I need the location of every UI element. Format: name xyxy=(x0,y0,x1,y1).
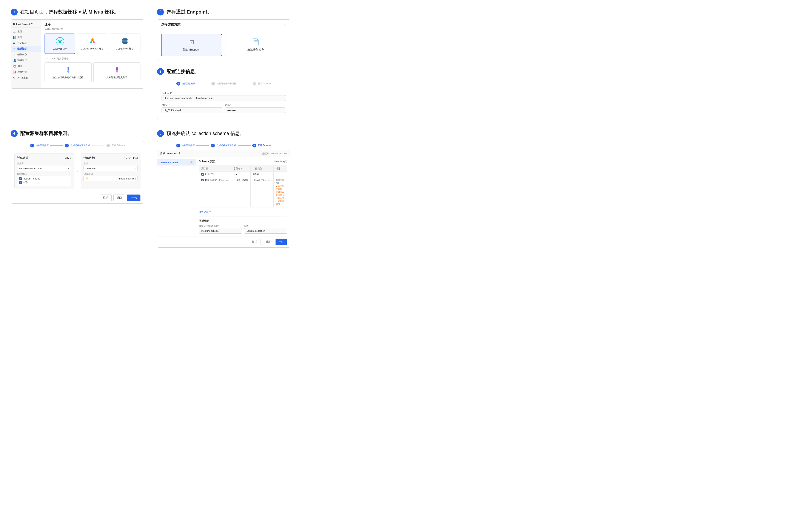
dropdown-arrow-icon: ▾ xyxy=(68,167,70,170)
vector-desc-cell: 向量维度 768 ⬧ 动态列已启用，您可以在数据输入过程中无法添加新字段。 xyxy=(273,177,287,207)
db-field-value: db_395f9def4422449 ▾ xyxy=(17,166,71,171)
step4-stepper-label-1: 连接至数据源 xyxy=(36,144,49,147)
cluster-field-label: 集群* xyxy=(84,162,138,165)
source-id-checkbox[interactable] xyxy=(201,173,204,176)
endpoint-icon: ⊡ xyxy=(189,38,194,45)
sidebar-item-users[interactable]: 👤 项目用户 xyxy=(11,57,41,63)
next-button[interactable]: 下一步 xyxy=(127,194,141,201)
card-elasticsearch[interactable]: 从 Elasticsearch 迁移 xyxy=(77,34,108,54)
dialog-title: 选择连接方式 xyxy=(161,23,181,27)
endpoint-field: Endpoint* xyxy=(162,92,286,101)
desc-header: 描述 xyxy=(273,166,287,172)
sidebar-item-label: 项目用户 xyxy=(17,59,27,62)
step1-title: 在项目页面，选择数据迁移 > 从 Milvus 迁移。 xyxy=(20,9,119,15)
step2-circle: 2 xyxy=(157,8,164,16)
source-vector-checkbox[interactable] xyxy=(201,178,204,181)
close-icon[interactable]: ✕ xyxy=(284,23,286,27)
source-panel-title: 迁移来源 xyxy=(17,156,29,160)
card-internal-migration[interactable]: 在当前组织中进行跨集群迁移 xyxy=(44,62,92,82)
sidebar-item-tasks[interactable]: ✓ 任务中心 xyxy=(11,52,41,57)
collection-list: medium_articles 1 xyxy=(157,157,196,236)
target-collection-name-input[interactable] xyxy=(199,228,242,234)
source-vector-type: FLOAT_V... xyxy=(218,179,229,181)
target-id-name: id xyxy=(236,173,238,176)
target-vector-field-cell: → title_vector xyxy=(231,177,250,207)
vector-hint-text: ⬧ 动态列已启用，您可以在数据输入过程中无法添加新字段。 xyxy=(276,185,285,206)
step2-title: 选择通过 Endpoint。 xyxy=(166,9,212,15)
target-collection-label: Collection xyxy=(84,173,138,175)
collection-all-label: 全选 xyxy=(23,181,28,184)
schema-preview-panel: Schema 预览 Auto ID 关闭 源字段 字段名称 字段类型 描述 xyxy=(196,157,290,236)
sidebar-item-alerts[interactable]: 📊 项目告警 xyxy=(11,69,41,75)
target-collection-header-label: 目标 Collection xyxy=(160,152,177,155)
collection-item-name: medium_articles xyxy=(160,161,179,164)
collection-checkbox-medium[interactable]: medium_articles xyxy=(19,177,70,180)
username-input[interactable] xyxy=(162,108,222,113)
external-cluster-icon xyxy=(113,65,121,74)
card-pgvector[interactable]: 从 pgvector 迁移 xyxy=(110,34,141,54)
sidebar-item-backup[interactable]: 💾 备份 xyxy=(11,34,41,40)
step5-cancel-button[interactable]: 取消 xyxy=(249,239,260,245)
source-panel-header: 迁移来源 ✦ Milvus xyxy=(17,156,71,160)
step5-stepper-label-2: 选择迁移来源和目标 xyxy=(217,144,236,147)
cross-cluster-title: Zilliz Cloud 跨集群迁移 xyxy=(44,57,141,60)
sidebar-item-migration[interactable]: ⇢ 数据迁移 xyxy=(11,46,41,52)
step2-header: 2 选择通过 Endpoint。 xyxy=(157,8,290,16)
sidebar-item-api[interactable]: ⚙ API控制台 xyxy=(11,75,41,81)
source-vector-cell: title_vector FLOAT_V... xyxy=(199,177,231,207)
card-external-cluster-migration[interactable]: 从外部组织迁入集群 xyxy=(93,62,141,82)
migrate-button[interactable]: 迁移 xyxy=(276,239,287,245)
sidebar-item-label: 任务中心 xyxy=(17,53,27,56)
sidebar-item-network[interactable]: 🌐 网络 xyxy=(11,63,41,69)
endpoint-label: Endpoint* xyxy=(162,92,286,94)
migration-panel: 迁移 从外部数据源迁移 xyxy=(41,20,144,88)
svg-point-3 xyxy=(59,41,60,42)
id-check-icon: ✓ xyxy=(233,173,235,176)
source-collection-list: medium_articles 全选 xyxy=(17,176,71,186)
stepper-label-2: 选择迁移来源和目标 xyxy=(217,82,236,85)
sidebar-item-label: 数据迁移 xyxy=(17,47,27,50)
schema-table: 源字段 字段名称 字段类型 描述 xyxy=(199,166,287,207)
id-desc-cell xyxy=(273,172,287,177)
stepper-dot-2: ② xyxy=(211,82,215,86)
migration-panel-subtitle: 从外部数据源迁移 xyxy=(44,27,141,31)
password-input[interactable] xyxy=(225,108,286,113)
migration-icon: ⇢ xyxy=(13,47,16,50)
password-field: 密码* xyxy=(225,103,286,113)
dialog-header: 选择连接方式 ✕ xyxy=(157,20,290,30)
pipelines-icon: ⇄ xyxy=(13,41,16,44)
step5-prev-button[interactable]: 返回 xyxy=(262,239,274,245)
sidebar-item-pipelines[interactable]: ⇄ Pipelines xyxy=(11,40,41,46)
step5-dot-3: ③ xyxy=(252,144,256,148)
collection-list-item-medium[interactable]: medium_articles 1 xyxy=(157,159,196,166)
advanced-settings-toggle[interactable]: 高级设置 ∨ xyxy=(199,210,287,214)
step4-line-1 xyxy=(50,146,63,146)
card-milvus[interactable]: 从 Milvus 迁移 xyxy=(44,34,75,54)
sidebar-item-cluster[interactable]: ☁ 集群 xyxy=(11,28,41,34)
cluster-field-value: Dedicated-02 ▾ xyxy=(84,166,138,171)
prev-button[interactable]: 返回 xyxy=(113,194,125,201)
source-brand-badge: ✦ Milvus xyxy=(62,157,71,159)
svg-point-11 xyxy=(122,40,128,42)
step1-window: Default Project ▾ ☁ 集群 💾 备份 ⇄ Pipelines xyxy=(11,19,144,89)
endpoint-input[interactable] xyxy=(162,95,286,101)
step5-dot-2: ② xyxy=(211,144,215,148)
step1-header: 1 在项目页面，选择数据迁移 > 从 Milvus 迁移。 xyxy=(11,8,144,16)
vector-desc-text: 向量维度 768 xyxy=(276,178,285,184)
source-id-cell: id INT64 xyxy=(199,172,231,177)
step5-dot-1: ① xyxy=(176,144,180,148)
target-id-type-cell: INT64 xyxy=(250,172,273,177)
conn-option-backup[interactable]: 📄 通过备份文件 xyxy=(225,34,286,56)
conn-option-endpoint[interactable]: ⊡ 通过 Endpoint xyxy=(161,34,222,56)
desc-field-input[interactable] xyxy=(244,228,287,234)
collection-checkbox-all[interactable]: 全选 xyxy=(19,181,70,184)
backup-file-icon: 📄 xyxy=(252,38,260,45)
sidebar: Default Project ▾ ☁ 集群 💾 备份 ⇄ Pipelines xyxy=(11,20,41,88)
step5-line-2 xyxy=(238,146,251,146)
step5-title: 预览并确认 collection schema 信息。 xyxy=(166,130,244,137)
target-panel-header: 迁移目标 ✦ Zilliz Cloud xyxy=(84,156,138,160)
schema-row-vector: title_vector FLOAT_V... → title_vector xyxy=(199,177,287,207)
cancel-button[interactable]: 取消 xyxy=(100,194,112,201)
right-arrow-2-icon: › xyxy=(77,169,78,174)
alerts-icon: 📊 xyxy=(13,71,16,74)
